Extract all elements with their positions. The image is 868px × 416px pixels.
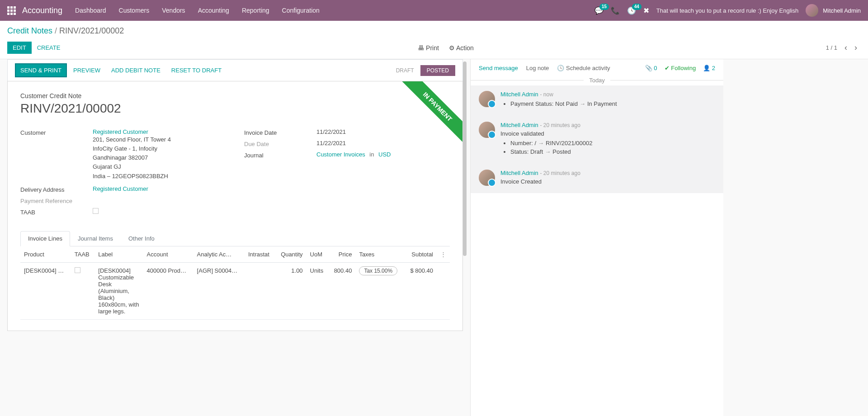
form-sheet: IN PAYMENT Customer Credit Note RINV/202… [7, 81, 463, 331]
reset-draft-button[interactable]: RESET TO DRAFT [167, 64, 226, 76]
message-time: - 20 minutes ago [540, 122, 580, 128]
action-menu[interactable]: ⚙ Action [449, 44, 474, 52]
create-button[interactable]: CREATE [32, 42, 66, 54]
th-qty[interactable]: Quantity [275, 246, 306, 263]
journal-in: in [369, 151, 374, 158]
message-text: Invoice Created [500, 178, 715, 185]
tab-other-info[interactable]: Other Info [121, 231, 162, 246]
taab-checkbox[interactable] [93, 208, 99, 214]
breadcrumb-current: RINV/2021/00002 [59, 26, 124, 35]
nav-configuration[interactable]: Configuration [282, 7, 320, 14]
cell-taab [71, 262, 95, 319]
th-taab[interactable]: TAAB [71, 246, 95, 263]
customer-address: 201, Second Floor, IT Tower 4 InfoCity G… [93, 135, 226, 181]
message-user[interactable]: Mitchell Admin [500, 91, 538, 98]
add-debit-note-button[interactable]: ADD DEBIT NOTE [107, 64, 165, 76]
message-avatar [479, 170, 495, 186]
th-product[interactable]: Product [20, 246, 71, 263]
label-due-date: Due Date [244, 140, 316, 147]
th-uom[interactable]: UoM [307, 246, 329, 263]
th-taxes[interactable]: Taxes [355, 246, 404, 263]
label-customer: Customer [20, 128, 93, 136]
invoice-lines-table: Product TAAB Label Account Analytic Ac… … [20, 246, 450, 320]
send-message-button[interactable]: Send message [479, 65, 518, 71]
pager-prev[interactable]: ‹ [841, 41, 851, 54]
title-label: Customer Credit Note [20, 92, 450, 99]
tax-chip: Tax 15.00% [359, 266, 397, 275]
message-avatar [479, 91, 495, 107]
nav-dashboard[interactable]: Dashboard [75, 7, 106, 14]
th-options[interactable]: ⋮ [437, 246, 450, 263]
scrollbar[interactable] [463, 61, 467, 256]
nav-customers[interactable]: Customers [119, 7, 150, 14]
statusbar: SEND & PRINT PREVIEW ADD DEBIT NOTE RESE… [7, 59, 463, 81]
message-user[interactable]: Mitchell Admin [500, 122, 538, 128]
th-analytic[interactable]: Analytic Ac… [193, 246, 245, 263]
breadcrumb: Credit Notes / RINV/2021/00002 [7, 26, 861, 36]
pager-next[interactable]: › [851, 41, 861, 54]
cell-uom: Units [307, 262, 329, 319]
user-menu[interactable]: Mitchell Admin [806, 4, 861, 17]
payment-ribbon: IN PAYMENT [395, 81, 462, 149]
chatter: Send message Log note 🕓 Schedule activit… [470, 59, 723, 416]
user-avatar [806, 4, 818, 17]
cell-product: [DESK0004] … [20, 262, 71, 319]
status-posted[interactable]: POSTED [420, 65, 455, 76]
apps-icon[interactable] [7, 6, 16, 15]
message-text: Invoice validated [500, 130, 715, 137]
date-separator: Today [471, 77, 723, 84]
th-subtotal[interactable]: Subtotal [404, 246, 437, 263]
nav-reporting[interactable]: Reporting [242, 7, 269, 14]
cell-subtotal: $ 800.40 [404, 262, 437, 319]
nav-accounting[interactable]: Accounting [198, 7, 229, 14]
attachments-count[interactable]: 📎 0 [645, 65, 657, 71]
label-payment-reference: Payment Reference [20, 197, 93, 204]
followers-count[interactable]: 👤 2 [703, 65, 715, 71]
notebook-tabs: Invoice Lines Journal Items Other Info [20, 231, 450, 246]
activities-badge: 44 [632, 4, 642, 10]
label-taab: TAAB [20, 208, 93, 216]
nav-vendors[interactable]: Vendors [162, 7, 185, 14]
main-header: Accounting Dashboard Customers Vendors A… [0, 0, 868, 21]
activities-icon[interactable]: 🕓44 [627, 6, 636, 15]
schedule-activity-button[interactable]: 🕓 Schedule activity [557, 65, 610, 71]
journal-link[interactable]: Customer Invoices [316, 151, 365, 158]
delivery-link[interactable]: Registered Customer [93, 185, 148, 192]
tab-invoice-lines[interactable]: Invoice Lines [20, 231, 70, 246]
breadcrumb-parent[interactable]: Credit Notes [7, 26, 52, 35]
label-delivery: Delivery Address [20, 185, 93, 193]
edit-button[interactable]: EDIT [7, 42, 32, 54]
customer-link[interactable]: Registered Customer [93, 128, 148, 135]
label-journal: Journal [244, 151, 316, 159]
cell-taxes: Tax 15.00% [355, 262, 404, 319]
chatter-message: Mitchell Admin - 20 minutes ago Invoice … [471, 116, 723, 164]
message-user[interactable]: Mitchell Admin [500, 170, 538, 176]
user-name: Mitchell Admin [823, 7, 861, 14]
currency-link[interactable]: USD [378, 151, 391, 158]
chatter-message: Mitchell Admin - now Payment Status: Not… [471, 85, 723, 116]
th-price[interactable]: Price [329, 246, 356, 263]
th-account[interactable]: Account [143, 246, 193, 263]
preview-button[interactable]: PREVIEW [69, 64, 105, 76]
cell-account: 400000 Prod… [143, 262, 193, 319]
th-label[interactable]: Label [94, 246, 143, 263]
th-intrastat[interactable]: Intrastat [245, 246, 275, 263]
send-print-button[interactable]: SEND & PRINT [15, 63, 67, 77]
row-taab-checkbox[interactable] [75, 267, 80, 273]
phone-icon[interactable]: 📞 [611, 6, 620, 15]
follow-button[interactable]: ✔ Following [665, 65, 696, 71]
chatter-message: Mitchell Admin - 20 minutes ago Invoice … [471, 164, 723, 193]
table-row[interactable]: [DESK0004] … [DESK0004] Customizable Des… [20, 262, 450, 319]
tab-journal-items[interactable]: Journal Items [70, 231, 121, 246]
message-avatar [479, 122, 495, 138]
cell-analytic: [AGR] S0004… [193, 262, 245, 319]
pager: 1 / 1 [826, 44, 837, 51]
app-brand[interactable]: Accounting [22, 6, 62, 15]
control-panel: Credit Notes / RINV/2021/00002 EDIT CREA… [0, 21, 868, 59]
debug-icon[interactable]: ✖ [643, 6, 649, 15]
cell-intrastat [245, 262, 275, 319]
cell-qty: 1.00 [275, 262, 306, 319]
messages-icon[interactable]: 💬15 [594, 6, 604, 15]
log-note-button[interactable]: Log note [526, 65, 549, 71]
print-action[interactable]: 🖶 Print [418, 44, 439, 52]
